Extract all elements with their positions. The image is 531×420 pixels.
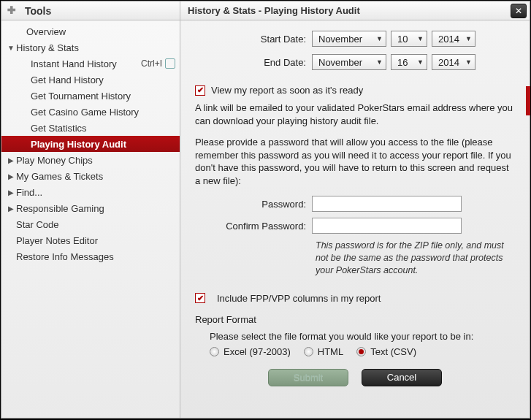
end-month-select[interactable]: November▼ <box>312 54 386 70</box>
sidebar-item-player-notes-editor[interactable]: Player Notes Editor <box>1 232 180 248</box>
chevron-right-icon: ▶ <box>6 156 16 164</box>
include-fpp-label: Include FPP/VPP columns in my report <box>217 293 381 304</box>
content-title: History & Stats - Playing History Audit <box>188 5 360 16</box>
confirm-password-row: Confirm Password: <box>195 218 515 234</box>
content: Start Date: November▼ 10▼ 2014▼ End Date… <box>180 20 530 418</box>
sidebar-item-play-money-chips[interactable]: ▶Play Money Chips <box>1 152 180 168</box>
sidebar-item-responsible-gaming[interactable]: ▶Responsible Gaming <box>1 200 180 216</box>
tools-icon <box>7 4 20 18</box>
start-date-label: Start Date: <box>195 34 312 45</box>
chevron-down-icon: ▼ <box>376 35 383 42</box>
include-fpp-checkbox[interactable]: ✔ <box>195 293 205 303</box>
view-report-checkbox[interactable]: ✔ <box>195 85 205 96</box>
report-format-title: Report Format <box>195 314 515 325</box>
password-hint: This password is for the ZIP file only, … <box>316 240 515 277</box>
submit-button[interactable]: Submit <box>268 369 348 386</box>
sidebar-item-instant-hand-history[interactable]: Instant Hand HistoryCtrl+I <box>1 56 180 72</box>
email-info-text: A link will be emailed to your validated… <box>195 102 515 127</box>
sidebar-header: Tools <box>1 1 180 20</box>
sidebar-item-overview[interactable]: Overview <box>1 23 180 39</box>
sidebar-item-find[interactable]: ▶Find... <box>1 184 180 200</box>
cancel-button[interactable]: Cancel <box>362 369 442 386</box>
close-button[interactable]: ✕ <box>511 4 527 18</box>
body: Overview ▼History & Stats Instant Hand H… <box>1 20 530 418</box>
sidebar: Overview ▼History & Stats Instant Hand H… <box>1 20 180 418</box>
confirm-password-label: Confirm Password: <box>195 221 312 232</box>
sidebar-item-get-tournament-history[interactable]: Get Tournament History <box>1 88 180 104</box>
chevron-right-icon: ▶ <box>6 172 16 180</box>
include-fpp-row: ✔ Include FPP/VPP columns in my report <box>195 293 515 304</box>
report-format-prompt: Please select the file format you would … <box>210 331 515 342</box>
content-header: History & Stats - Playing History Audit <box>180 1 511 20</box>
start-day-select[interactable]: 10▼ <box>391 31 427 47</box>
chevron-right-icon: ▶ <box>6 188 16 196</box>
view-report-row: ✔ View my report as soon as it's ready <box>195 85 515 96</box>
chevron-down-icon: ▼ <box>417 58 424 66</box>
format-excel[interactable]: Excel (97-2003) <box>210 346 291 357</box>
right-edge-accent <box>526 86 530 115</box>
end-date-label: End Date: <box>195 57 312 68</box>
chevron-down-icon: ▼ <box>6 44 16 52</box>
titlebar: Tools History & Stats - Playing History … <box>1 1 530 20</box>
sidebar-item-playing-history-audit[interactable]: Playing History Audit <box>1 136 180 152</box>
format-html[interactable]: HTML <box>304 346 343 357</box>
button-row: Submit Cancel <box>195 369 515 386</box>
end-day-select[interactable]: 16▼ <box>391 54 427 70</box>
password-row: Password: <box>195 196 515 212</box>
chevron-down-icon: ▼ <box>417 35 424 42</box>
sidebar-title: Tools <box>25 5 51 17</box>
password-input[interactable] <box>312 196 462 212</box>
format-csv[interactable]: Text (CSV) <box>356 346 416 357</box>
sidebar-item-get-casino-game-history[interactable]: Get Casino Game History <box>1 104 180 120</box>
start-month-select[interactable]: November▼ <box>312 31 386 47</box>
sidebar-item-restore-info-messages[interactable]: Restore Info Messages <box>1 248 180 264</box>
confirm-password-input[interactable] <box>312 218 462 234</box>
popout-icon[interactable] <box>165 58 175 69</box>
close-icon: ✕ <box>515 6 522 16</box>
sidebar-item-history-stats[interactable]: ▼History & Stats <box>1 39 180 56</box>
sidebar-item-get-statistics[interactable]: Get Statistics <box>1 120 180 136</box>
sidebar-item-star-code[interactable]: Star Code <box>1 216 180 232</box>
radio-excel[interactable] <box>210 347 219 356</box>
password-label: Password: <box>195 199 312 210</box>
report-format-options: Excel (97-2003) HTML Text (CSV) <box>210 346 515 357</box>
sidebar-item-get-hand-history[interactable]: Get Hand History <box>1 72 180 88</box>
start-year-select[interactable]: 2014▼ <box>432 31 475 47</box>
end-year-select[interactable]: 2014▼ <box>432 54 475 70</box>
window: Tools History & Stats - Playing History … <box>1 1 530 419</box>
password-info-text: Please provide a password that will allo… <box>195 136 515 187</box>
chevron-down-icon: ▼ <box>376 58 383 66</box>
chevron-right-icon: ▶ <box>6 205 16 213</box>
view-report-label: View my report as soon as it's ready <box>211 85 363 96</box>
end-date-row: End Date: November▼ 16▼ 2014▼ <box>195 54 515 70</box>
radio-csv[interactable] <box>356 347 366 356</box>
chevron-down-icon: ▼ <box>465 35 472 42</box>
chevron-down-icon: ▼ <box>465 58 472 66</box>
radio-html[interactable] <box>304 347 313 356</box>
sidebar-item-my-games-tickets[interactable]: ▶My Games & Tickets <box>1 168 180 184</box>
start-date-row: Start Date: November▼ 10▼ 2014▼ <box>195 31 515 47</box>
